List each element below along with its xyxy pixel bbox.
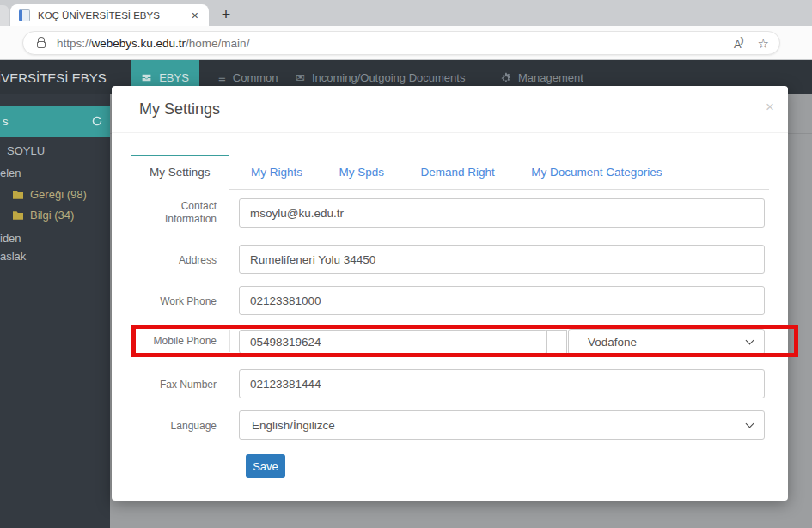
sidebar-folder-geregi[interactable]: Gereği (98) [12,188,87,201]
tab-my-settings[interactable]: My Settings [131,155,229,190]
tab-my-spds[interactable]: My Spds [324,155,399,190]
envelope-icon: ✉ [296,72,305,83]
tab-demand-right[interactable]: Demand Right [406,155,509,190]
language-value: English/İngilizce [252,419,335,432]
mobile-phone-field[interactable] [239,330,547,354]
nav-item-label: Common [233,71,278,84]
url-host: webebys.ku.edu.tr [92,37,186,50]
browser-toolbar: https://webebys.ku.edu.tr/home/main/ A))… [0,26,812,60]
mobile-phone-addon [546,330,567,354]
url-scheme: https:// [57,37,92,50]
tab-my-rights[interactable]: My Rights [236,155,317,190]
sidebar-header-label: s [3,106,9,137]
folder-icon [12,210,24,221]
url-text[interactable]: https://webebys.ku.edu.tr/home/main/ [57,37,718,50]
nav-item-label: Incoming/Outgoing Documents [312,71,465,84]
chevron-down-icon [746,337,754,345]
sidebar-folder-label: Bilgi (34) [30,209,74,222]
app-brand: İVERSİTESİ EBYS [0,60,107,94]
tab-close-icon[interactable]: × [188,9,202,22]
read-aloud-icon[interactable]: A)) [734,37,742,50]
mobile-phone-label: Mobile Phone [131,335,217,348]
sidebar-folder-bilgi[interactable]: Bilgi (34) [12,209,74,222]
address-label: Address [131,254,217,267]
chevron-down-icon [746,420,754,428]
folder-icon [12,190,24,200]
sidebar-item-user[interactable]: SOYLU [7,144,45,157]
tab-my-document-categories[interactable]: My Document Categories [516,155,676,190]
contact-information-label: Contact Information [131,200,217,226]
contact-information-field[interactable] [239,198,765,228]
browser-tab-strip: KOÇ ÜNİVERSİTESİ EBYS × + [0,0,812,26]
inbox-icon [141,72,152,83]
gear-icon [500,72,511,83]
work-phone-field[interactable] [239,286,765,315]
work-phone-label: Work Phone [131,295,217,308]
adjacent-tab-fragment[interactable] [0,5,9,26]
operator-select[interactable]: Vodafone [568,329,765,355]
new-tab-button[interactable]: + [215,3,237,26]
lock-icon[interactable] [37,41,46,48]
nav-item-label: Management [518,71,583,84]
url-path: /home/main/ [186,37,249,50]
settings-tabs: My Settings My Rights My Spds Demand Rig… [131,155,769,190]
browser-tab[interactable]: KOÇ ÜNİVERSİTESİ EBYS × [10,4,209,26]
favorite-star-icon[interactable]: ☆ [758,37,769,50]
operator-value: Vodafone [588,336,637,349]
sidebar: s SOYLU elen Gereği (98) Bilgi (34) iden… [0,94,110,528]
modal-close-icon[interactable]: × [766,86,774,129]
menu-icon: ≡ [218,71,226,84]
refresh-icon[interactable] [91,115,103,130]
save-button[interactable]: Save [246,454,285,478]
address-bar[interactable]: https://webebys.ku.edu.tr/home/main/ A))… [22,31,780,55]
sidebar-item-inbox[interactable]: elen [0,167,21,179]
language-label: Language [131,420,217,433]
modal-title: My Settings [139,86,220,133]
site-favicon-icon [19,9,30,21]
nav-item-label: EBYS [159,71,189,84]
fax-number-label: Fax Number [131,379,217,391]
address-field[interactable] [239,245,765,274]
sidebar-folder-label: Gereği (98) [30,188,87,201]
browser-tab-title: KOÇ ÜNİVERSİTESİ EBYS [38,10,188,21]
fax-number-field[interactable] [239,369,765,398]
my-settings-modal: My Settings × My Settings My Rights My S… [112,86,788,501]
sidebar-header: s [0,106,110,137]
sidebar-item-draft[interactable]: aslak [0,250,26,263]
sidebar-item-outbox[interactable]: iden [0,232,21,245]
modal-header: My Settings × [112,86,788,133]
language-select[interactable]: English/İngilizce [239,410,765,440]
